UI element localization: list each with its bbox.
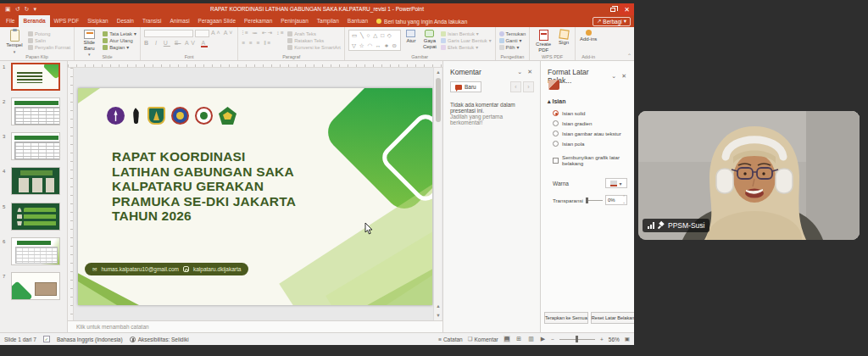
tab-tampilan[interactable]: Tampilan bbox=[313, 15, 343, 27]
slide-thumbnail-1[interactable] bbox=[11, 63, 60, 91]
text-direction-button[interactable]: Arah Teks bbox=[287, 31, 341, 36]
tab-file[interactable]: File bbox=[2, 15, 19, 27]
chevron-down-icon[interactable]: ⌄ bbox=[609, 73, 619, 80]
font-size-input[interactable] bbox=[195, 30, 209, 37]
close-icon[interactable]: ✕ bbox=[525, 69, 535, 75]
sign-button[interactable]: Sign bbox=[556, 30, 571, 46]
slide-thumbnail-4[interactable] bbox=[11, 167, 60, 195]
fill-pattern-radio[interactable]: Isian pola bbox=[553, 141, 585, 147]
close-window-button[interactable]: ✕ bbox=[620, 3, 634, 15]
collapse-ribbon-icon[interactable]: ⌃ bbox=[627, 53, 632, 58]
smartart-button[interactable]: Konversi ke SmartArt bbox=[287, 45, 341, 50]
bullets-icon[interactable]: ⁝≡ bbox=[242, 30, 249, 36]
shape-outline-button[interactable]: Garis Luar Bentuk ▾ bbox=[441, 38, 492, 43]
color-dropdown-button[interactable]: ▾ bbox=[605, 178, 627, 188]
reset-background-button[interactable]: Reset Latar Belakang bbox=[591, 312, 638, 324]
chevron-down-icon[interactable]: ⌄ bbox=[515, 69, 525, 75]
addins-button[interactable]: Add-ins bbox=[579, 30, 598, 42]
fill-section-header[interactable]: ▴ Isian bbox=[548, 98, 565, 105]
numbering-icon[interactable]: ≔ bbox=[253, 30, 259, 36]
zoom-out-button[interactable]: − bbox=[551, 337, 554, 342]
reset-button[interactable]: Atur Ulang bbox=[103, 38, 136, 43]
font-color-icon[interactable]: A bbox=[201, 40, 208, 47]
share-button[interactable]: ↗ Berbagi ▾ bbox=[593, 17, 631, 26]
shrink-font-icon[interactable]: A˅ bbox=[224, 30, 235, 37]
customize-qat-icon[interactable]: ▾ bbox=[33, 6, 36, 13]
language-status[interactable]: Bahasa Inggris (Indonesia) bbox=[57, 337, 123, 342]
create-pdf-button[interactable]: Create PDF bbox=[533, 30, 554, 53]
tab-desain[interactable]: Desain bbox=[113, 15, 138, 27]
paste-button[interactable]: Tempel ▾ bbox=[3, 30, 25, 54]
scrollbar-thumb[interactable] bbox=[436, 78, 441, 122]
columns-icon[interactable]: ‖≡ bbox=[264, 40, 271, 46]
slide-sorter-view-button[interactable]: ⊞ bbox=[515, 336, 522, 342]
quick-styles-button[interactable]: Gaya Cepat bbox=[421, 30, 438, 49]
tab-peragaan-slide[interactable]: Peragaan Slide bbox=[194, 15, 240, 27]
indent-icons[interactable]: ⇤⇥ bbox=[262, 30, 274, 36]
find-button[interactable]: Temukan bbox=[499, 31, 526, 36]
notes-pane[interactable]: Klik untuk menambah catatan bbox=[68, 320, 442, 332]
save-icon[interactable]: ▣ bbox=[5, 6, 11, 13]
align-text-button[interactable]: Ratakan Teks bbox=[287, 38, 341, 43]
tab-beranda[interactable]: Beranda bbox=[19, 15, 49, 27]
restore-window-button[interactable] bbox=[605, 3, 620, 15]
zoom-percentage[interactable]: 56% bbox=[609, 337, 620, 342]
grow-font-icon[interactable]: A˄ bbox=[211, 30, 222, 37]
contact-pill[interactable]: ✉ humas.kalpataru10@gmail.com kalpataru.… bbox=[85, 263, 248, 275]
underline-icon[interactable]: U bbox=[164, 40, 170, 46]
font-name-input[interactable] bbox=[144, 30, 193, 37]
reading-view-button[interactable]: ▥ bbox=[527, 336, 535, 342]
align-left-icon[interactable]: ≡ bbox=[242, 40, 246, 46]
tab-sisipkan[interactable]: Sisipkan bbox=[83, 15, 113, 27]
layout-button[interactable]: Tata Letak ▾ bbox=[103, 31, 136, 36]
fill-gradient-radio[interactable]: Isian gradien bbox=[553, 120, 592, 126]
close-icon[interactable]: ✕ bbox=[619, 73, 629, 80]
line-spacing-icon[interactable]: ↕≡ bbox=[276, 30, 285, 36]
transparency-slider[interactable] bbox=[586, 200, 603, 201]
slide-thumbnail-5[interactable] bbox=[11, 203, 60, 231]
character-spacing-icon[interactable]: AV bbox=[185, 40, 198, 46]
fit-to-window-icon[interactable]: ▣ bbox=[625, 336, 630, 342]
previous-comment-button[interactable]: ‹ bbox=[510, 81, 521, 92]
italic-icon[interactable]: I bbox=[155, 40, 159, 46]
comments-toggle[interactable]: ❏Komentar bbox=[468, 336, 498, 342]
scroll-up-icon[interactable]: ▲ bbox=[434, 68, 442, 76]
canvas-scrollbar[interactable]: ▲ ▲ ▼ bbox=[433, 68, 442, 320]
tab-peninjauan[interactable]: Peninjauan bbox=[276, 15, 313, 27]
shapes-gallery[interactable]: ▭ ╲ ○ △ □ ◇▽ ☆ ◠ ↔ ∗ ⊙ bbox=[348, 30, 401, 51]
arrange-button[interactable]: Atur bbox=[403, 30, 419, 44]
zoom-slider[interactable] bbox=[559, 339, 595, 340]
new-slide-button[interactable]: Slide Baru ▾ bbox=[78, 30, 100, 57]
slide-thumbnail-6[interactable] bbox=[11, 237, 60, 265]
next-comment-button[interactable]: › bbox=[523, 81, 534, 92]
slide-thumbnail-7[interactable] bbox=[11, 272, 60, 300]
replace-button[interactable]: Ganti ▾ bbox=[499, 38, 526, 43]
fill-picture-radio[interactable]: Isian gambar atau tekstur bbox=[553, 131, 621, 136]
undo-icon[interactable]: ↺ bbox=[15, 6, 20, 13]
apply-to-all-button[interactable]: Terapkan ke Semua bbox=[544, 312, 588, 324]
shape-effects-button[interactable]: Efek Bentuk ▾ bbox=[441, 45, 492, 50]
cut-button[interactable]: Potong bbox=[28, 31, 70, 36]
previous-slide-button[interactable]: ▲ bbox=[434, 302, 442, 311]
normal-view-button[interactable]: ▤ bbox=[504, 336, 511, 342]
slide-thumbnail-2[interactable] bbox=[11, 97, 60, 125]
slide-canvas[interactable]: RAPAT KOORDINASI LATIHAN GABUNGAN SAKA K… bbox=[78, 88, 432, 305]
new-comment-button[interactable]: Baru bbox=[450, 81, 481, 92]
slideshow-view-button[interactable]: ▶ bbox=[540, 336, 546, 342]
zoom-in-button[interactable]: + bbox=[600, 337, 604, 342]
transparency-spinbox[interactable]: 0% bbox=[605, 195, 627, 205]
copy-button[interactable]: Salin bbox=[28, 38, 70, 43]
shape-fill-button[interactable]: Isian Bentuk ▾ bbox=[441, 31, 492, 36]
section-button[interactable]: Bagian ▾ bbox=[103, 45, 136, 50]
redo-icon[interactable]: ↻ bbox=[25, 6, 30, 13]
hide-background-checkbox[interactable]: Sembunyikan grafik latar belakang bbox=[553, 154, 634, 166]
fill-solid-radio[interactable]: Isian solid bbox=[553, 110, 586, 116]
align-right-icon[interactable]: ≡ bbox=[257, 40, 261, 46]
align-center-icon[interactable]: ≡ bbox=[249, 40, 253, 46]
tab-perekaman[interactable]: Perekaman bbox=[240, 15, 276, 27]
tab-transisi[interactable]: Transisi bbox=[138, 15, 166, 27]
accessibility-status[interactable]: Aksesibilitas: Selidiki bbox=[130, 337, 189, 342]
tab-wps-pdf[interactable]: WPS PDF bbox=[50, 15, 84, 27]
tab-bantuan[interactable]: Bantuan bbox=[343, 15, 372, 27]
spell-check-icon[interactable]: ✓ bbox=[43, 336, 50, 342]
